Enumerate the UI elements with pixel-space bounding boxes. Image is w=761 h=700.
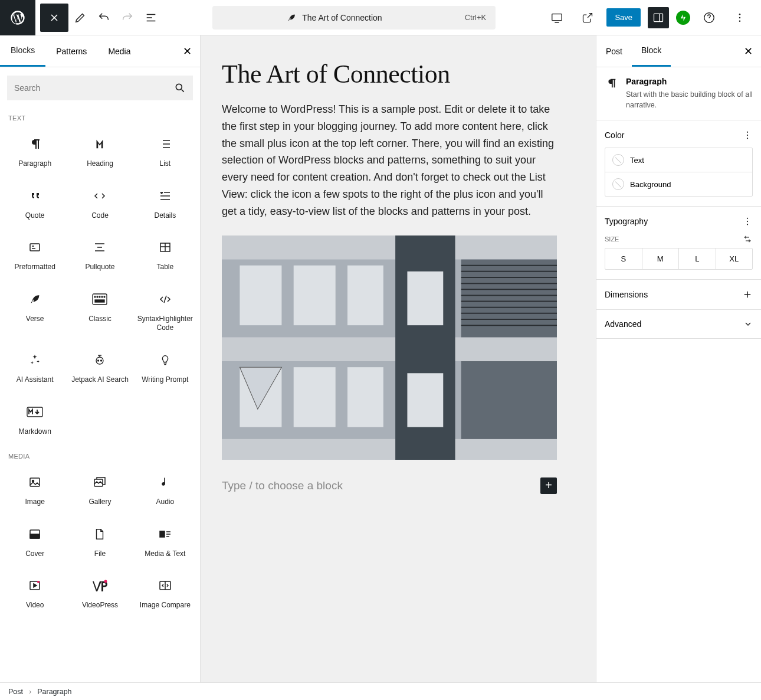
svg-point-60 — [747, 218, 748, 219]
svg-point-59 — [747, 138, 748, 139]
block-item-video[interactable]: Video — [2, 567, 67, 619]
breadcrumb-paragraph[interactable]: Paragraph — [37, 688, 71, 696]
post-paragraph[interactable]: Welcome to WordPress! This is a sample p… — [222, 101, 557, 220]
block-item-label: Image Compare — [140, 601, 191, 610]
size-xl[interactable]: XL — [716, 248, 753, 269]
plus-icon — [742, 289, 753, 300]
block-item-pullquote[interactable]: Pullquote — [67, 228, 132, 280]
block-item-cover[interactable]: Cover — [2, 515, 67, 567]
video-icon — [28, 577, 42, 594]
block-item-preformatted[interactable]: Preformatted — [2, 228, 67, 280]
block-item-label: Audio — [156, 498, 174, 507]
block-item-label: VideoPress — [82, 601, 118, 610]
close-settings-icon[interactable]: ✕ — [736, 45, 761, 58]
inserter-scroll[interactable]: TEXTParagraphHeadingListQuoteCodeDetails… — [0, 106, 200, 682]
advanced-panel[interactable]: Advanced — [596, 310, 761, 339]
block-item-table[interactable]: Table — [133, 228, 198, 280]
edit-mode-button[interactable] — [68, 6, 92, 30]
post-image-block[interactable] — [222, 235, 557, 460]
block-item-label: Details — [154, 211, 176, 221]
svg-point-57 — [747, 132, 748, 133]
svg-rect-7 — [30, 244, 40, 251]
block-item-gallery[interactable]: Gallery — [67, 463, 132, 515]
ai-icon — [28, 352, 41, 368]
svg-point-27 — [37, 581, 40, 583]
block-item-list[interactable]: List — [133, 125, 198, 177]
post-title[interactable]: The Art of Connection — [222, 59, 557, 89]
block-item-syntax[interactable]: SyntaxHighlighter Code — [133, 280, 198, 341]
block-item-quote[interactable]: Quote — [2, 177, 67, 229]
settings-sidebar-toggle[interactable] — [648, 7, 669, 28]
block-item-image-compare[interactable]: Image Compare — [133, 567, 198, 619]
color-text-row[interactable]: Text — [605, 148, 752, 172]
color-background-row[interactable]: Background — [605, 172, 752, 196]
tab-blocks[interactable]: Blocks — [0, 35, 45, 67]
svg-rect-42 — [347, 367, 383, 427]
block-item-videopress[interactable]: VideoPress — [67, 567, 132, 619]
add-block-button[interactable]: + — [540, 477, 557, 494]
block-item-jetpack-ai[interactable]: Jetpack AI Search — [67, 341, 132, 393]
typography-panel-options-icon[interactable] — [742, 216, 753, 227]
options-button[interactable] — [728, 6, 752, 30]
block-item-bulb[interactable]: Writing Prompt — [133, 341, 198, 393]
advanced-label: Advanced — [605, 319, 641, 329]
color-background-label: Background — [630, 180, 671, 189]
close-inserter-icon[interactable]: ✕ — [175, 45, 200, 58]
breadcrumb-post[interactable]: Post — [8, 688, 23, 696]
dimensions-panel[interactable]: Dimensions — [596, 280, 761, 310]
svg-rect-37 — [240, 265, 281, 325]
size-m[interactable]: M — [642, 248, 679, 269]
svg-rect-15 — [95, 300, 104, 302]
block-item-verse[interactable]: Verse — [2, 280, 67, 341]
svg-point-12 — [99, 296, 100, 297]
svg-rect-25 — [160, 531, 165, 537]
close-inserter-button[interactable] — [40, 4, 68, 32]
color-panel-options-icon[interactable] — [742, 130, 753, 140]
svg-point-3 — [739, 13, 741, 15]
svg-rect-43 — [407, 271, 443, 325]
block-item-code[interactable]: Code — [67, 177, 132, 229]
empty-block-prompt[interactable]: Type / to choose a block + — [222, 477, 557, 494]
block-item-image[interactable]: Image — [2, 463, 67, 515]
block-item-classic[interactable]: Classic — [67, 280, 132, 341]
editor-canvas-wrap[interactable]: The Art of Connection Welcome to WordPre… — [201, 35, 596, 682]
block-item-details[interactable]: Details — [133, 177, 198, 229]
document-title: The Art of Connection — [302, 13, 382, 22]
block-item-ai[interactable]: AI Assistant — [2, 341, 67, 393]
svg-rect-20 — [30, 478, 40, 486]
tab-media[interactable]: Media — [97, 35, 141, 67]
table-icon — [158, 239, 172, 256]
image-icon — [28, 474, 42, 490]
block-item-heading[interactable]: Heading — [67, 125, 132, 177]
block-inserter-panel: Blocks Patterns Media ✕ TEXTParagraphHea… — [0, 35, 201, 682]
jetpack-icon[interactable] — [676, 11, 690, 25]
size-s[interactable]: S — [605, 248, 642, 269]
block-item-paragraph[interactable]: Paragraph — [2, 125, 67, 177]
search-box[interactable] — [7, 76, 193, 100]
gallery-icon — [93, 474, 107, 490]
tab-post[interactable]: Post — [596, 35, 632, 67]
block-item-audio[interactable]: Audio — [133, 463, 198, 515]
search-input[interactable] — [14, 83, 174, 93]
custom-size-icon[interactable] — [742, 234, 753, 244]
empty-swatch-icon — [612, 154, 624, 166]
svg-point-62 — [747, 224, 748, 225]
wordpress-logo[interactable] — [0, 0, 35, 35]
tab-block[interactable]: Block — [632, 35, 671, 67]
document-title-bar[interactable]: The Art of Connection Ctrl+K — [212, 6, 496, 30]
svg-rect-19 — [27, 407, 42, 417]
undo-button[interactable] — [92, 6, 116, 30]
category-label: MEDIA — [2, 444, 198, 463]
block-item-markdown[interactable]: Markdown — [2, 393, 67, 445]
size-l[interactable]: L — [678, 248, 716, 269]
open-external-button[interactable] — [576, 6, 599, 30]
block-item-media-text[interactable]: Media & Text — [133, 515, 198, 567]
empty-swatch-icon — [612, 178, 624, 190]
save-button[interactable]: Save — [606, 8, 641, 27]
block-item-file[interactable]: File — [67, 515, 132, 567]
redo-button[interactable] — [116, 6, 139, 30]
view-button[interactable] — [545, 6, 569, 30]
help-button[interactable] — [697, 6, 721, 30]
list-view-button[interactable] — [139, 6, 163, 30]
tab-patterns[interactable]: Patterns — [45, 35, 97, 67]
